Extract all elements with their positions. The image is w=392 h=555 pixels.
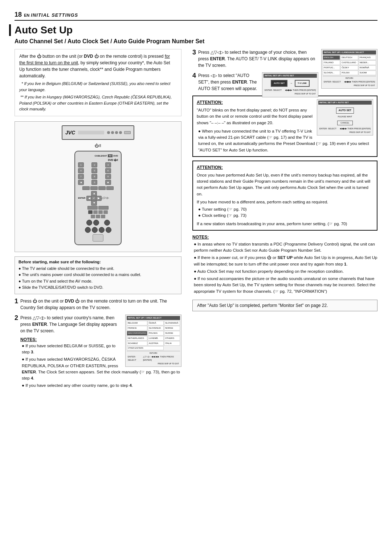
- step1-content: Press ⏻ on the unit or DVD ⏻ on the remo…: [20, 298, 181, 311]
- country-cell: SUISSE: [164, 331, 180, 336]
- note2-item: In areas where no TV station transmits a…: [194, 241, 377, 254]
- country-cell: ČESKÁ: [148, 321, 164, 325]
- step-3: INITIAL SET UP > LANGUAGE SELECT ENGLISH…: [192, 49, 377, 69]
- country-cell: NORGE: [164, 326, 180, 331]
- notes2-title: NOTES:: [192, 235, 209, 240]
- auto-set-option: AUTO SET: [271, 80, 287, 87]
- right-column: INITIAL SET UP > LANGUAGE SELECT ENGLISH…: [192, 49, 377, 394]
- power-symbol: ⏻/I: [95, 143, 101, 148]
- en-label: EN: [24, 13, 29, 17]
- remote-diagram: CABLE/SAT TV DVD DVD ⏻/I 123 456 789 ◉0◉: [74, 151, 122, 245]
- enter-nav-section: ENTER ▲ ◀↵▶ ▼ △▽◁▷: [78, 191, 118, 205]
- step3-content: Press △▽◁▷ to select the language of you…: [198, 49, 318, 69]
- screen-nav: ENTER: SELECT◀◀▶▶ THEN PRESS [ENTER]: [323, 80, 376, 84]
- intro-note1: * If you live in Belgium (BELGIUM) or Sw…: [19, 81, 177, 93]
- screen-return: RETURN: [127, 351, 180, 355]
- cable-sat-label: CABLE/SAT: [95, 155, 107, 157]
- lang-cell: ČESKY: [340, 65, 358, 70]
- screen-title: INITIAL SET UP > AREA SELECT: [127, 316, 180, 320]
- attention2-body3: If a new station starts broadcasting in …: [197, 221, 373, 227]
- screen-title: INITIAL SET UP > AUTO SET: [318, 101, 372, 105]
- jvc-player-image: JVC: [62, 125, 134, 140]
- tuner-setting: ● Tuner setting (☞ pg. 70): [198, 206, 373, 212]
- country-grid: BELGIUM ČESKÁ SLOVENSKÁ FRANCE SLOVENIJA…: [127, 321, 180, 351]
- auto-set-screen: INITIAL SET UP > AUTO SET AUTO SET → T-V…: [262, 72, 318, 97]
- country-cell: OTHERS: [164, 336, 180, 341]
- lang-cell: ENGLISH: [323, 55, 340, 60]
- country-cell: SLOVENIJA: [148, 326, 164, 331]
- function-buttons: [78, 186, 118, 190]
- screen-return: RETURN: [323, 76, 376, 80]
- note2-item: If no sound accompanies the picture or t…: [194, 276, 377, 295]
- screen-nav: ENTER: SELECT◀◀▶▶ THEN PRESS [ENTER]: [264, 88, 317, 92]
- device-diagram: JVC ⏻/I CABLE/SAT: [15, 121, 181, 252]
- step-2: 2 INITIAL SET UP > AREA SELECT BELGIUM Č…: [15, 315, 181, 390]
- country-cell: SCHWEIZ: [127, 341, 147, 346]
- auto-set-progress-screen: INITIAL SET UP > AUTO SET AUTO SET PLEAS…: [317, 99, 373, 135]
- step4-number: 4: [192, 72, 196, 79]
- list-item: Slide the TV/CABLE/SAT/DVD switch to DVD…: [19, 284, 177, 291]
- country-cell: NETHERLANDS: [127, 336, 147, 341]
- lang-cell: POLSKI: [340, 70, 358, 75]
- screen-body: AUTO SET PLEASE WAIT: [318, 105, 372, 121]
- lang-cell: ROMÂNĂ: [359, 65, 376, 70]
- left-column: After the ⏻ button on the unit (or DVD ⏻…: [15, 49, 181, 394]
- notes-block-2: NOTES: In areas where no TV station tran…: [192, 234, 377, 295]
- country-cell: ITALIA: [164, 341, 180, 346]
- cancel-section: CANCEL: [318, 121, 372, 125]
- country-cell-selected: MAGYARORSZÁG: [127, 331, 147, 336]
- section-label: INITIAL SETTINGS: [31, 12, 78, 18]
- lang-cell: ITALIANO: [323, 60, 340, 65]
- attention-box-2: ATTENTION: Once you have performed Auto …: [192, 161, 377, 231]
- step3-number: 3: [192, 49, 196, 56]
- intro-body: After the ⏻ button on the unit (or DVD ⏻…: [19, 53, 177, 79]
- lang-grid: ENGLISH DEUTSCH FRANÇAIS ITALIANO CASTEL…: [323, 55, 376, 75]
- screen-exit: PRESS SKIP UP TO EXIT: [318, 131, 372, 134]
- before-starting-list: The TV aerial cable should be connected …: [19, 266, 177, 291]
- lang-cell: PORTUG...: [323, 65, 340, 70]
- more-buttons: [78, 206, 118, 242]
- jvc-logo: JVC: [65, 130, 75, 135]
- country-cell: LUXEMB.: [148, 336, 164, 341]
- number-buttons: 123 456 789 ◉0◉: [78, 162, 118, 185]
- screen-exit: PRESS SKIP UP TO EXIT: [264, 92, 317, 96]
- step2-content: INITIAL SET UP > AREA SELECT BELGIUM ČES…: [20, 315, 181, 390]
- screen-nav: ENTER: SELECT◀◀▶▶ THEN PRESS [ENTER]: [318, 127, 372, 131]
- before-starting-box: Before starting, make sure of the follow…: [15, 256, 181, 294]
- please-wait-label: PLEASE WAIT: [318, 115, 372, 118]
- attention2-body: Once you have performed Auto Set Up, eve…: [197, 172, 373, 197]
- screen-up: PRESS SKIP UP TO EXIT: [127, 362, 180, 366]
- enter-label: ENTER: [78, 197, 85, 199]
- section-title: Auto Set Up: [9, 24, 377, 36]
- remote-control: CABLE/SAT TV DVD DVD ⏻/I 123 456 789 ◉0◉: [74, 151, 122, 245]
- auto-set-options: AUTO SET → T-V LINK: [264, 78, 317, 88]
- attention2-title: ATTENTION:: [197, 164, 373, 171]
- country-cell: OTHER EASTERN: [127, 346, 164, 351]
- after-complete-text: After "Auto Set Up" is completed, perfor…: [197, 303, 373, 308]
- lang-cell: FRANÇAIS: [359, 55, 376, 60]
- lang-cell: CASTELLANO: [340, 60, 358, 65]
- country-cell: POLSKA: [148, 331, 164, 336]
- before-starting-title: Before starting, make sure of the follow…: [19, 260, 177, 264]
- notes-label: NOTES:: [20, 337, 37, 342]
- lang-select-screen: INITIAL SET UP > LANGUAGE SELECT ENGLISH…: [321, 49, 377, 89]
- step1-number: 1: [15, 298, 18, 304]
- step-1: 1 Press ⏻ on the unit or DVD ⏻ on the re…: [15, 298, 181, 311]
- tv-switch: TV: [108, 154, 113, 157]
- screen-instructions: PRESS SKIP UP TO EXIT: [323, 84, 376, 88]
- step4-content: Press ◁▷ to select "AUTO SET", then pres…: [198, 72, 259, 92]
- after-complete-box: After "Auto Set Up" is completed, perfor…: [192, 300, 377, 311]
- country-cell: SLOVENSKÁ: [164, 321, 180, 325]
- screen-title: INITIAL SET UP > AUTO SET: [264, 74, 317, 78]
- step2-number: 2: [15, 315, 18, 321]
- page-header: 18 EN INITIAL SETTINGS: [15, 11, 377, 21]
- page-number: 18: [15, 11, 22, 19]
- lang-cell: NEDER...: [359, 60, 376, 65]
- screen-title: INITIAL SET UP > LANGUAGE SELECT: [323, 50, 376, 54]
- auto-set-label: AUTO SET: [336, 108, 354, 114]
- attention-box-1: INITIAL SET UP > AUTO SET AUTO SET PLEAS…: [192, 96, 377, 157]
- attention2-body2: If you have moved to a different area, p…: [197, 199, 373, 205]
- lang-cell: SLOVEN...: [323, 70, 340, 75]
- tv-link-option: T-V LINK: [295, 80, 310, 87]
- lang-cell: SUOMI: [359, 70, 376, 75]
